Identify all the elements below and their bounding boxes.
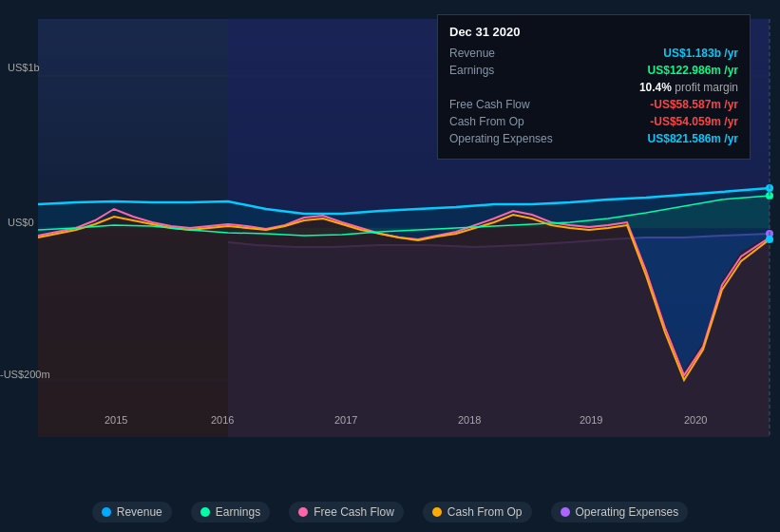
legend-cashfromop-label: Cash From Op — [447, 505, 523, 519]
legend-opex-dot — [561, 507, 570, 517]
tooltip-opex-value: US$821.586m /yr — [648, 132, 738, 145]
legend-revenue-dot — [102, 507, 111, 517]
chart-legend: Revenue Earnings Free Cash Flow Cash Fro… — [0, 502, 780, 522]
legend-opex-label: Operating Expenses — [576, 505, 679, 519]
legend-revenue-label: Revenue — [117, 505, 162, 519]
tooltip-cashfromop-row: Cash From Op -US$54.059m /yr — [449, 115, 738, 128]
legend-earnings[interactable]: Earnings — [191, 502, 270, 522]
legend-earnings-label: Earnings — [216, 505, 260, 519]
tooltip-earnings-row: Earnings US$122.986m /yr — [449, 64, 738, 77]
tooltip-margin: 10.4% profit margin — [449, 81, 738, 94]
tooltip-opex-row: Operating Expenses US$821.586m /yr — [449, 132, 738, 145]
y-label-mid: US$0 — [8, 217, 34, 228]
legend-cashfromop-dot — [432, 507, 442, 517]
tooltip-revenue-value: US$1.183b /yr — [663, 47, 738, 60]
tooltip-revenue-row: Revenue US$1.183b /yr — [449, 47, 738, 60]
y-label-bottom: -US$200m — [0, 369, 50, 380]
y-label-top: US$1b — [8, 62, 40, 73]
x-label-2018: 2018 — [458, 414, 481, 426]
tooltip-earnings-label: Earnings — [449, 64, 494, 77]
tooltip-box: Dec 31 2020 Revenue US$1.183b /yr Earnin… — [437, 14, 751, 160]
chart-container: US$1b US$0 -US$200m 2015 2016 2017 2018 … — [0, 0, 780, 484]
legend-fcf-dot — [298, 507, 308, 517]
tooltip-earnings-value: US$122.986m /yr — [648, 64, 738, 77]
x-label-2016: 2016 — [211, 414, 234, 426]
tooltip-revenue-label: Revenue — [449, 47, 495, 60]
legend-earnings-dot — [200, 507, 210, 517]
tooltip-fcf-row: Free Cash Flow -US$58.587m /yr — [449, 98, 738, 111]
tooltip-fcf-label: Free Cash Flow — [449, 98, 530, 111]
legend-fcf-label: Free Cash Flow — [314, 505, 394, 519]
legend-revenue[interactable]: Revenue — [92, 502, 172, 522]
x-label-2017: 2017 — [334, 414, 357, 426]
legend-opex[interactable]: Operating Expenses — [551, 502, 689, 522]
legend-fcf[interactable]: Free Cash Flow — [289, 502, 404, 522]
tooltip-date: Dec 31 2020 — [449, 25, 738, 39]
tooltip-cashfromop-label: Cash From Op — [449, 115, 524, 128]
x-label-2019: 2019 — [580, 414, 602, 426]
x-label-2015: 2015 — [105, 414, 127, 426]
tooltip-fcf-value: -US$58.587m /yr — [650, 98, 738, 111]
cash-op-endpoint-dot — [766, 236, 773, 243]
tooltip-opex-label: Operating Expenses — [449, 132, 553, 145]
x-label-2020: 2020 — [684, 414, 707, 426]
tooltip-cashfromop-value: -US$54.059m /yr — [650, 115, 738, 128]
legend-cashfromop[interactable]: Cash From Op — [423, 502, 532, 522]
